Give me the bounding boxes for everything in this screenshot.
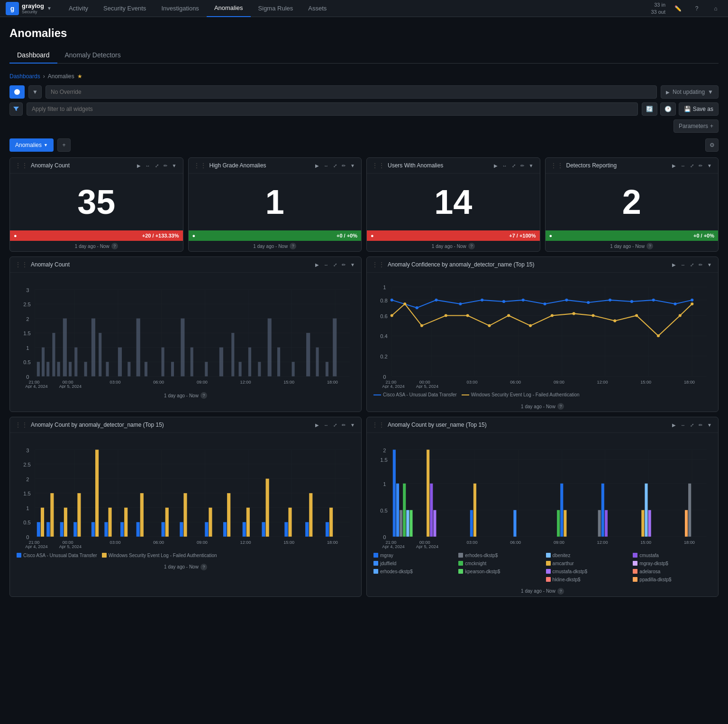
help-icon[interactable]: ? — [111, 243, 118, 249]
play-widget-icon[interactable]: ▶ — [492, 162, 499, 169]
drag-handle-icon[interactable]: ⋮⋮ — [15, 421, 28, 429]
chevron-widget-icon[interactable]: ▼ — [349, 261, 356, 268]
expand-widget-icon[interactable]: ↔ — [679, 162, 687, 169]
tab-dashboard[interactable]: Dashboard — [9, 47, 57, 64]
fullscreen-widget-icon[interactable]: ⤢ — [689, 162, 695, 169]
help-icon-btn[interactable]: ? — [690, 2, 703, 15]
edit-widget-icon[interactable]: ✏ — [697, 162, 704, 169]
legend-label-mgray-dkstp: mgray-dkstp$ — [639, 561, 668, 566]
override-dropdown[interactable]: ▼ — [28, 85, 42, 99]
expand-widget-icon[interactable]: ↔ — [322, 422, 330, 429]
expand-widget-icon[interactable]: ↔ — [322, 261, 330, 268]
play-widget-icon[interactable]: ▶ — [671, 261, 677, 268]
edit-widget-icon[interactable]: ✏ — [340, 261, 347, 268]
filter-clock-icon-btn[interactable]: 🕐 — [660, 102, 676, 116]
drag-handle-icon[interactable]: ⋮⋮ — [15, 162, 28, 169]
play-widget-icon[interactable]: ▶ — [136, 162, 142, 169]
help-icon[interactable]: ? — [200, 564, 207, 570]
metric-bar-icon: ● — [14, 233, 17, 238]
drag-handle-icon[interactable]: ⋮⋮ — [372, 162, 385, 169]
chevron-widget-icon[interactable]: ▼ — [706, 162, 713, 169]
fullscreen-widget-icon[interactable]: ⤢ — [689, 261, 695, 268]
save-as-btn[interactable]: 💾 Save as — [679, 102, 719, 116]
not-updating-btn[interactable]: ▶ Not updating ▼ — [661, 85, 719, 99]
metric-footer-anomaly-count: ● +20 / +133.33% 1 day ago - Now ? — [10, 230, 183, 251]
svg-point-89 — [435, 299, 437, 302]
edit-widget-icon[interactable]: ✏ — [340, 162, 347, 169]
svg-text:18:00: 18:00 — [327, 540, 338, 545]
help-icon[interactable]: ? — [557, 403, 564, 410]
metric-body-detectors-reporting: 2 — [546, 174, 719, 230]
svg-text:g: g — [10, 5, 15, 12]
fullscreen-widget-icon[interactable]: ⤢ — [689, 422, 695, 429]
chevron-widget-icon[interactable]: ▼ — [706, 422, 713, 429]
expand-widget-icon[interactable]: ↔ — [679, 422, 687, 429]
filter-icon-btn[interactable] — [9, 102, 23, 116]
chevron-widget-icon[interactable]: ▼ — [706, 261, 713, 268]
fullscreen-widget-icon[interactable]: ⤢ — [510, 162, 517, 169]
override-input[interactable] — [46, 85, 657, 99]
chevron-widget-icon[interactable]: ▼ — [171, 162, 178, 169]
edit-widget-icon[interactable]: ✏ — [697, 261, 704, 268]
help-icon[interactable]: ? — [200, 392, 207, 399]
disk-icon: 💾 — [684, 106, 691, 112]
nav-item-anomalies[interactable]: Anomalies — [207, 0, 251, 17]
override-toggle[interactable] — [9, 85, 25, 99]
chevron-widget-icon[interactable]: ▼ — [528, 162, 535, 169]
svg-point-96 — [587, 301, 590, 304]
chevron-widget-icon[interactable]: ▼ — [349, 422, 356, 429]
parameters-label: Parameters — [679, 123, 708, 129]
svg-text:1: 1 — [26, 505, 29, 511]
expand-widget-icon[interactable]: ↔ — [679, 261, 687, 268]
play-widget-icon[interactable]: ▶ — [671, 162, 677, 169]
drag-handle-icon[interactable]: ⋮⋮ — [550, 162, 564, 169]
nav-item-security-events[interactable]: Security Events — [96, 0, 154, 17]
expand-widget-icon[interactable]: ↔ — [501, 162, 509, 169]
drag-handle-icon[interactable]: ⋮⋮ — [372, 421, 385, 429]
play-widget-icon[interactable]: ▶ — [671, 422, 677, 429]
svg-text:15:00: 15:00 — [283, 540, 294, 545]
help-icon[interactable]: ? — [557, 588, 564, 595]
home-icon-btn[interactable]: ⌂ — [709, 2, 722, 15]
favorite-star-icon[interactable]: ★ — [77, 73, 82, 80]
dashboard-settings-btn[interactable]: ⚙ — [705, 138, 719, 152]
fullscreen-widget-icon[interactable]: ⤢ — [154, 162, 160, 169]
nav-item-investigations[interactable]: Investigations — [154, 0, 207, 17]
dashboard-tab-btn[interactable]: Anomalies ▼ — [9, 138, 54, 152]
drag-handle-icon[interactable]: ⋮⋮ — [372, 261, 385, 268]
expand-widget-icon[interactable]: ↔ — [322, 162, 330, 169]
edit-widget-icon[interactable]: ✏ — [519, 162, 526, 169]
expand-widget-icon[interactable]: ↔ — [144, 162, 152, 169]
edit-widget-icon[interactable]: ✏ — [697, 422, 704, 429]
tab-anomaly-detectors[interactable]: Anomaly Detectors — [57, 47, 128, 64]
play-widget-icon[interactable]: ▶ — [314, 422, 320, 429]
nav-item-activity[interactable]: Activity — [61, 0, 96, 17]
help-icon[interactable]: ? — [646, 243, 653, 249]
logo-dropdown-icon[interactable]: ▼ — [47, 6, 52, 11]
edit-icon-btn[interactable]: ✏️ — [671, 2, 684, 15]
play-widget-icon[interactable]: ▶ — [314, 261, 320, 268]
help-icon[interactable]: ? — [468, 243, 475, 249]
fullscreen-widget-icon[interactable]: ⤢ — [332, 162, 338, 169]
nav-item-sigma-rules[interactable]: Sigma Rules — [251, 0, 301, 17]
svg-rect-52 — [292, 362, 295, 376]
help-icon[interactable]: ? — [290, 243, 296, 249]
detector-chart-footer: 1 day ago - Now ? — [10, 562, 361, 572]
fullscreen-widget-icon[interactable]: ⤢ — [332, 422, 338, 429]
parameters-btn[interactable]: Parameters + — [673, 119, 719, 133]
nav-item-assets[interactable]: Assets — [300, 0, 334, 17]
svg-rect-220 — [433, 510, 436, 537]
drag-handle-icon[interactable]: ⋮⋮ — [193, 162, 207, 169]
fullscreen-widget-icon[interactable]: ⤢ — [332, 261, 338, 268]
dashboard-add-btn[interactable]: + — [57, 138, 71, 152]
svg-rect-182 — [326, 522, 329, 537]
drag-handle-icon[interactable]: ⋮⋮ — [15, 261, 28, 268]
filter-sync-icon-btn[interactable]: 🔄 — [642, 102, 657, 116]
breadcrumb-parent[interactable]: Dashboards — [9, 73, 40, 80]
edit-widget-icon[interactable]: ✏ — [162, 162, 169, 169]
edit-widget-icon[interactable]: ✏ — [340, 422, 347, 429]
play-widget-icon[interactable]: ▶ — [314, 162, 320, 169]
filter-icon — [13, 106, 19, 112]
chevron-widget-icon[interactable]: ▼ — [349, 162, 356, 169]
filter-input[interactable] — [27, 102, 638, 116]
